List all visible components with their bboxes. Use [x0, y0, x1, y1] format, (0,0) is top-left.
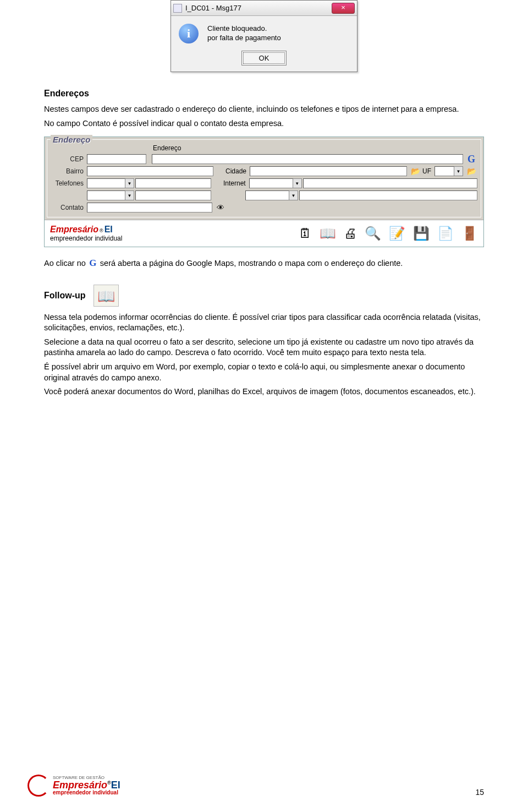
dialog-title: I_DC01 - Msg177 [185, 4, 241, 12]
swirl-icon [28, 775, 50, 797]
net-type2-dd[interactable]: ▼ [289, 190, 298, 200]
tel-type1-input[interactable] [87, 178, 125, 188]
dialog-message-line2: por falta de pagamento [207, 34, 281, 42]
calendar-icon[interactable]: 🗓 [299, 226, 312, 241]
tel-type2-dd[interactable]: ▼ [125, 190, 134, 200]
close-button[interactable]: × [332, 3, 355, 14]
bairro-label: Bairro [51, 167, 87, 175]
followup-heading-row: Follow-up 📖 [44, 285, 484, 307]
fieldset-legend: Endereço [51, 135, 92, 144]
section1-para1: Nestes campos deve ser cadastrado o ende… [44, 104, 484, 115]
uf-input[interactable] [435, 166, 454, 176]
net-type1-dd[interactable]: ▼ [293, 178, 302, 188]
cidade-browse-icon[interactable]: 📂 [409, 166, 421, 176]
footer-brand2: EI [111, 780, 120, 791]
brand-logo: Empresário ® EI empreendedor individual [50, 225, 122, 242]
followup-p3: É possível abrir um arquivo em Word, por… [44, 362, 484, 383]
book-icon[interactable]: 📖 [320, 226, 336, 241]
print-icon[interactable]: 🖨 [344, 226, 357, 241]
save-icon[interactable]: 💾 [413, 226, 430, 241]
new-icon[interactable]: 📄 [437, 226, 454, 241]
form-toolbar: Empresário ® EI empreendedor individual … [45, 220, 483, 247]
google-maps-icon[interactable]: G [465, 154, 477, 164]
contato-input[interactable] [87, 203, 212, 212]
info-icon: i [179, 24, 199, 43]
internet-label: Internet [222, 179, 249, 187]
brand-sub: empreendedor individual [50, 235, 122, 242]
footer-reg: ® [107, 780, 111, 786]
contato-label: Contato [51, 204, 87, 211]
para3-post: será aberta a página do Google Maps, mos… [100, 259, 403, 268]
ok-button[interactable]: OK [243, 52, 285, 64]
cep-label: CEP [51, 155, 87, 163]
endereco-form-panel: Endereço Endereço CEP G Bairro Cidade [44, 137, 484, 247]
contato-view-icon[interactable]: 👁 [215, 203, 227, 212]
exit-icon[interactable]: 🚪 [461, 226, 478, 241]
google-maps-paragraph: Ao clicar no G será aberta a página do G… [44, 258, 484, 269]
net2-input[interactable] [299, 190, 477, 200]
google-g-inline-icon: G [88, 259, 98, 269]
endereco-fieldset: Endereço Endereço CEP G Bairro Cidade [47, 139, 481, 217]
dialog-body: i Cliente bloqueado. por falta de pagame… [171, 16, 357, 49]
dialog-footer: OK [171, 49, 357, 72]
cidade-label: Cidade [224, 167, 250, 175]
uf-browse-icon[interactable]: 📂 [465, 166, 477, 176]
brand-word1: Empresário [50, 225, 98, 235]
dialog-message: Cliente bloqueado. por falta de pagament… [207, 24, 281, 43]
uf-label: UF [421, 167, 435, 175]
section1-para2: No campo Contato é possível indicar qual… [44, 118, 484, 129]
dialog-message-line1: Cliente bloqueado. [207, 24, 267, 32]
cep-input[interactable] [87, 154, 146, 164]
net-type2-input[interactable] [245, 190, 289, 200]
search-icon[interactable]: 🔍 [365, 226, 381, 241]
endereco-col-label: Endereço [152, 144, 184, 152]
tel2-input[interactable] [135, 190, 211, 200]
footer-brand1: Empresário [53, 780, 107, 791]
followup-p2: Selecione a data na qual ocorreu o fato … [44, 337, 484, 358]
followup-p1: Nessa tela podemos informar ocorrências … [44, 312, 484, 334]
tel1-input[interactable] [135, 178, 211, 188]
endereco-input[interactable] [152, 154, 463, 164]
footer-line3: empreendedor individual [53, 790, 120, 795]
cidade-input[interactable] [250, 166, 407, 176]
uf-dropdown[interactable]: ▼ [454, 166, 463, 176]
telefones-label: Telefones [51, 179, 87, 187]
page-number: 15 [475, 788, 484, 797]
dialog-titlebar: I_DC01 - Msg177 × [171, 1, 357, 16]
followup-p4: Você poderá anexar documentos do Word, p… [44, 386, 484, 397]
followup-book-icon: 📖 [94, 285, 119, 307]
followup-heading: Follow-up [44, 291, 86, 301]
footer-logo: SOFTWARE DE GESTÃO Empresário®EI empreen… [28, 775, 120, 797]
brand-word2: EI [105, 225, 113, 235]
message-dialog: I_DC01 - Msg177 × i Cliente bloqueado. p… [170, 0, 358, 72]
section-heading-enderecos: Endereços [44, 89, 484, 99]
net-type1-input[interactable] [249, 178, 293, 188]
note-icon[interactable]: 📝 [389, 226, 405, 241]
tel-type1-dd[interactable]: ▼ [125, 178, 134, 188]
app-icon [173, 4, 182, 13]
net1-input[interactable] [303, 178, 477, 188]
bairro-input[interactable] [87, 166, 213, 176]
para3-pre: Ao clicar no [44, 259, 88, 268]
tel-type2-input[interactable] [87, 190, 125, 200]
